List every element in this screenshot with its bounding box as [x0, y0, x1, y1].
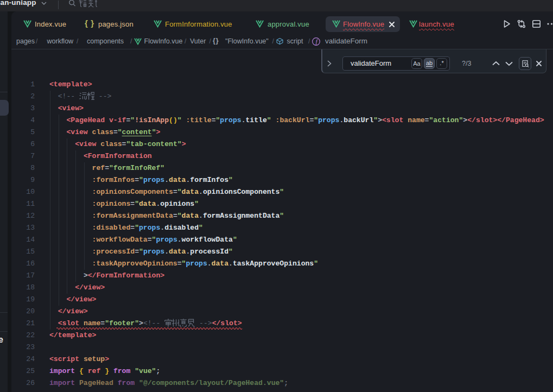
svg-text:f: f — [315, 39, 318, 46]
